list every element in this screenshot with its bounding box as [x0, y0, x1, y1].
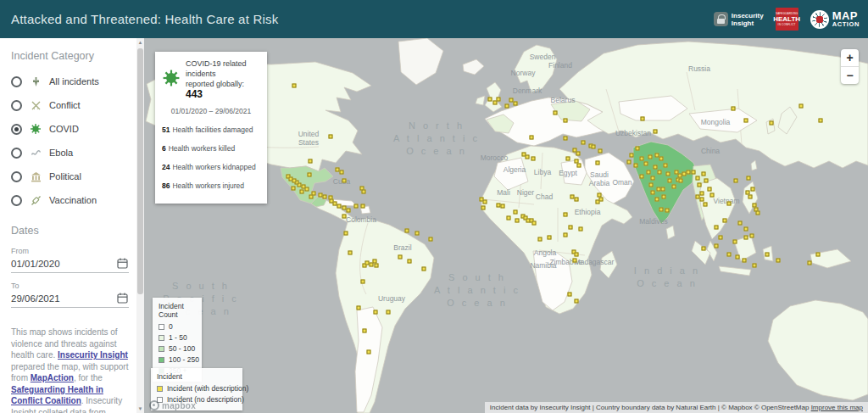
- incident-marker[interactable]: [704, 179, 709, 183]
- incident-marker[interactable]: [398, 255, 403, 260]
- incident-marker[interactable]: [816, 253, 821, 257]
- incident-marker[interactable]: [344, 232, 348, 236]
- incident-marker[interactable]: [651, 176, 655, 181]
- incident-marker[interactable]: [507, 216, 511, 220]
- incident-marker[interactable]: [312, 192, 316, 196]
- incident-marker[interactable]: [700, 198, 704, 202]
- incident-marker[interactable]: [799, 104, 804, 109]
- incident-marker[interactable]: [375, 264, 379, 268]
- incident-marker[interactable]: [647, 170, 651, 175]
- incident-marker[interactable]: [481, 206, 486, 210]
- incident-marker[interactable]: [493, 101, 498, 105]
- incident-marker[interactable]: [751, 187, 755, 192]
- incident-marker[interactable]: [408, 260, 412, 264]
- incident-marker[interactable]: [308, 173, 312, 177]
- incident-marker[interactable]: [738, 221, 743, 226]
- zoom-in-button[interactable]: +: [841, 49, 859, 66]
- description-link[interactable]: MapAction: [31, 373, 74, 382]
- incident-marker[interactable]: [659, 157, 664, 161]
- category-option-political[interactable]: Political: [11, 167, 129, 186]
- incident-marker[interactable]: [348, 251, 353, 255]
- incident-marker[interactable]: [748, 195, 753, 199]
- radio-ebola[interactable]: [11, 148, 22, 159]
- insecurity-insight-logo[interactable]: Insecurity Insight: [714, 12, 764, 27]
- incident-marker[interactable]: [569, 226, 573, 230]
- incident-marker[interactable]: [515, 219, 520, 223]
- incident-marker[interactable]: [808, 261, 812, 265]
- incident-marker[interactable]: [819, 119, 823, 123]
- incident-marker[interactable]: [429, 237, 433, 242]
- incident-marker[interactable]: [300, 190, 304, 194]
- incident-marker[interactable]: [374, 310, 378, 315]
- incident-marker[interactable]: [736, 255, 740, 260]
- incident-marker[interactable]: [727, 202, 732, 206]
- incident-marker[interactable]: [733, 240, 737, 244]
- incident-marker[interactable]: [698, 183, 702, 187]
- incident-marker[interactable]: [564, 213, 568, 217]
- incident-marker[interactable]: [501, 204, 505, 209]
- incident-marker[interactable]: [330, 199, 334, 204]
- world-map-canvas[interactable]: N o r t h A t l a n t i c O c e a nS o u…: [144, 38, 868, 413]
- incident-marker[interactable]: [354, 204, 359, 209]
- incident-marker[interactable]: [665, 209, 670, 213]
- incident-marker[interactable]: [634, 164, 638, 168]
- incident-marker[interactable]: [743, 259, 747, 263]
- incident-marker[interactable]: [292, 84, 297, 88]
- incident-marker[interactable]: [662, 195, 666, 199]
- incident-marker[interactable]: [575, 253, 579, 257]
- incident-marker[interactable]: [577, 164, 581, 168]
- incident-marker[interactable]: [367, 350, 371, 354]
- radio-vaccination[interactable]: [11, 195, 22, 206]
- incident-marker[interactable]: [655, 198, 659, 202]
- incident-marker[interactable]: [627, 160, 632, 165]
- incident-marker[interactable]: [723, 219, 727, 223]
- incident-marker[interactable]: [744, 119, 748, 123]
- incident-marker[interactable]: [668, 179, 672, 183]
- incident-marker[interactable]: [641, 117, 645, 121]
- incident-marker[interactable]: [531, 157, 536, 161]
- incident-marker[interactable]: [573, 259, 577, 263]
- incident-marker[interactable]: [564, 119, 568, 123]
- category-option-all-incidents[interactable]: All incidents: [11, 72, 129, 91]
- incident-marker[interactable]: [687, 170, 691, 175]
- incident-marker[interactable]: [415, 232, 420, 236]
- category-option-conflict[interactable]: Conflict: [11, 96, 129, 114]
- incident-marker[interactable]: [756, 211, 760, 215]
- to-date-input[interactable]: [11, 293, 116, 304]
- radio-covid[interactable]: [11, 124, 22, 135]
- safeguarding-health-in-conflict-logo[interactable]: SAFEGUARDING HEALTH IN CONFLICT: [776, 8, 798, 31]
- incident-marker[interactable]: [734, 179, 738, 183]
- incident-marker[interactable]: [704, 203, 708, 207]
- incident-marker[interactable]: [666, 172, 670, 176]
- incident-marker[interactable]: [644, 162, 648, 166]
- incident-marker[interactable]: [538, 237, 542, 242]
- incident-marker[interactable]: [329, 135, 333, 139]
- incident-marker[interactable]: [776, 259, 781, 263]
- incident-marker[interactable]: [576, 152, 581, 156]
- from-date-input[interactable]: [11, 259, 116, 269]
- incident-marker[interactable]: [710, 193, 715, 198]
- incident-marker[interactable]: [532, 221, 537, 226]
- category-option-covid[interactable]: COVID: [11, 120, 129, 138]
- incident-marker[interactable]: [744, 236, 748, 240]
- incident-marker[interactable]: [514, 210, 518, 215]
- incident-marker[interactable]: [702, 172, 706, 176]
- category-option-ebola[interactable]: Ebola: [11, 143, 129, 162]
- incident-marker[interactable]: [658, 170, 662, 175]
- incident-marker[interactable]: [488, 98, 492, 102]
- incident-marker[interactable]: [596, 200, 600, 204]
- scroll-down-arrow[interactable]: ▼: [136, 405, 144, 413]
- incident-marker[interactable]: [323, 195, 327, 199]
- incident-marker[interactable]: [363, 329, 367, 333]
- category-option-vaccination[interactable]: Vaccination: [11, 191, 129, 209]
- incident-marker[interactable]: [648, 155, 653, 159]
- incident-marker[interactable]: [630, 153, 634, 158]
- incident-marker[interactable]: [564, 137, 568, 141]
- incident-marker[interactable]: [659, 208, 664, 212]
- incident-marker[interactable]: [526, 155, 530, 159]
- incident-marker[interactable]: [292, 187, 296, 191]
- incident-marker[interactable]: [651, 191, 655, 195]
- radio-all-incidents[interactable]: [11, 76, 22, 87]
- incident-marker[interactable]: [708, 187, 712, 192]
- incident-marker[interactable]: [747, 176, 751, 181]
